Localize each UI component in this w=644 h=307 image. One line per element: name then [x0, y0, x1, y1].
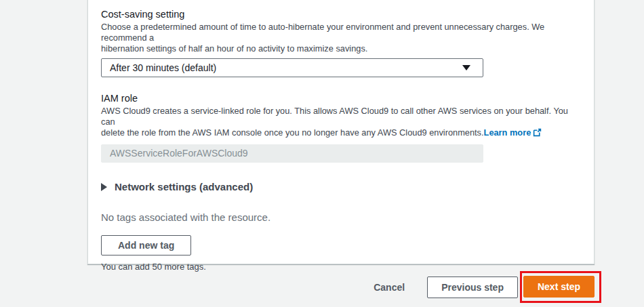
- previous-step-button[interactable]: Previous step: [427, 277, 518, 298]
- learn-more-link[interactable]: Learn more: [484, 127, 531, 138]
- cost-saving-dropdown[interactable]: After 30 minutes (default): [101, 58, 483, 77]
- next-step-button[interactable]: Next step: [523, 276, 595, 298]
- iam-role-label: IAM role: [101, 92, 581, 104]
- cancel-button[interactable]: Cancel: [374, 282, 405, 293]
- cost-saving-label: Cost-saving setting: [101, 8, 581, 20]
- wizard-footer: Cancel Previous step Next step: [0, 271, 644, 303]
- external-link-icon: [533, 128, 542, 137]
- caret-down-icon: [462, 65, 470, 70]
- tags-section: No tags associated with the resource. Ad…: [101, 211, 581, 272]
- no-tags-text: No tags associated with the resource.: [101, 211, 581, 224]
- cost-saving-description-text: Choose a predetermined amount of time to…: [101, 22, 544, 54]
- cost-saving-description: Choose a predetermined amount of time to…: [101, 22, 581, 54]
- network-settings-label: Network settings (advanced): [115, 181, 253, 192]
- iam-role-input: AWSServiceRoleForAWSCloud9: [101, 144, 483, 163]
- annotation-highlight-box: Next step: [520, 271, 601, 303]
- caret-right-icon: [101, 183, 107, 191]
- environment-settings-card: Cost-saving setting Choose a predetermin…: [87, 0, 595, 264]
- cost-saving-section: Cost-saving setting Choose a predetermin…: [101, 8, 581, 77]
- iam-role-section: IAM role AWS Cloud9 creates a service-li…: [101, 92, 581, 163]
- add-new-tag-button[interactable]: Add new tag: [101, 235, 191, 255]
- cost-saving-dropdown-value: After 30 minutes (default): [110, 62, 216, 73]
- network-settings-expander[interactable]: Network settings (advanced): [101, 181, 581, 192]
- iam-role-description: AWS Cloud9 creates a service-linked role…: [101, 106, 581, 138]
- page: Cost-saving setting Choose a predetermin…: [0, 0, 644, 307]
